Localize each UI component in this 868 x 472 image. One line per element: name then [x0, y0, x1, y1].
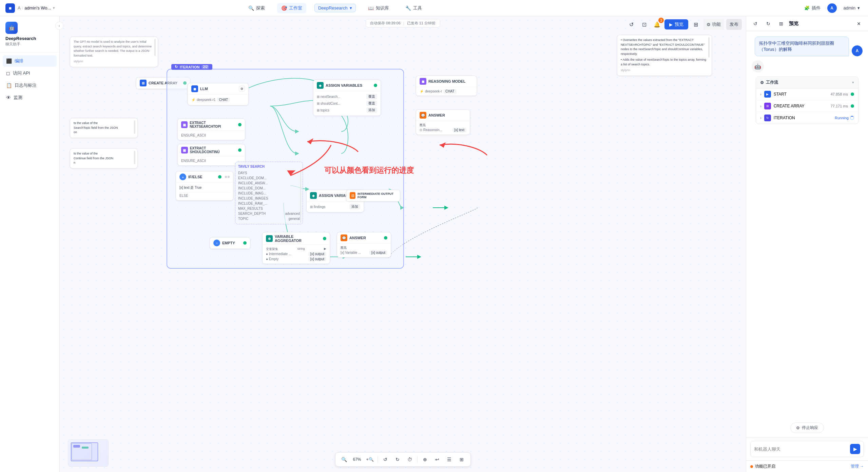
assign-variables-1-node[interactable]: ◈ ASSIGN VARIABLES ⊞ nextSearch... 覆盖 ⊞ … — [313, 80, 381, 116]
layout-btn[interactable]: ⊞ — [690, 19, 701, 30]
variable-aggregator-node[interactable]: ⊗ VARIABLE AGGREGATOR 变量聚集 string ▶ ● In… — [262, 232, 330, 264]
bottom-toolbar: 🔍 67% +🔍 ↺ ↻ ⏱ ⊕ ↩ ☰ ⊞ — [335, 452, 470, 467]
canvas-toolbar: ↺ ⊡ 🔔 3 ▶ 预览 ⊞ ⚙ 功能 发布 — [626, 19, 742, 30]
add-btn[interactable]: ⊕ — [420, 455, 430, 464]
reasoning-model-tag: CHAT — [443, 89, 456, 94]
panel-close-btn[interactable]: ✕ — [854, 19, 864, 29]
zoom-in-btn[interactable]: +🔍 — [365, 455, 375, 464]
right-panel: ↺ ↻ ⊞ 预览 ✕ 拓扑学中三维空间咖啡杯同胚到甜甜圈（Torus）的解释 A… — [746, 16, 868, 472]
info-card-4-text: ts the value of theContinue field from t… — [74, 151, 134, 165]
link-btn[interactable]: ↩ — [432, 455, 442, 464]
top-nav: ■ A / admin's Wo... ▾ 🔍 探索 🎯 工作室 DeepRes… — [0, 0, 868, 16]
breadcrumb-prefix: A — [18, 5, 21, 11]
sidebar-item-monitor[interactable]: 👁 监测 — [3, 92, 57, 103]
nav-admin[interactable]: admin ▾ — [841, 4, 863, 12]
iteration-item-label: ITERATION — [774, 116, 795, 120]
intermediate-label: INTERMEDIATE OUTPUT FORM — [358, 192, 397, 199]
extract-should-sub: ENSURE_ASCII — [181, 158, 242, 163]
sidebar-item-logs[interactable]: 📋 日志与标注 — [3, 80, 57, 91]
expand-btn[interactable]: ☰ — [445, 455, 454, 464]
workflow-item-iteration[interactable]: › ↻ ITERATION Running — [756, 112, 858, 124]
sidebar-collapse-button[interactable]: ‹ — [55, 22, 63, 30]
redo-btn[interactable]: ↻ — [393, 455, 402, 464]
loading-spinner — [850, 116, 854, 120]
chat-area: 拓扑学中三维空间咖啡杯同胚到甜甜圈（Torus）的解释 A 🤖 ⚙ 工作流 ▾ — [746, 31, 868, 418]
answer2-icon: 💬 — [420, 112, 426, 119]
extract-should-node[interactable]: ▣ EXTRACT SHOULDCONTINÚ ENSURE_ASCII — [177, 144, 245, 166]
intermediate-icon: ⊡ — [350, 192, 355, 199]
published-text: 已发布 11 分钟前 — [407, 21, 436, 26]
grid-btn[interactable]: ⊞ — [457, 455, 466, 464]
nav-plugins[interactable]: 🧩 插件 — [802, 4, 823, 13]
panel-reset-btn[interactable]: ↻ — [763, 19, 773, 29]
workflow-title-text: 工作流 — [766, 80, 778, 85]
sidebar-item-arrange[interactable]: ⬛ 编排 — [3, 55, 57, 67]
workspace-icon: 🎯 — [281, 5, 287, 11]
zoom-out-btn[interactable]: 🔍 — [339, 455, 349, 464]
create-array-item-time: 77.171 ms — [831, 104, 848, 108]
main-canvas[interactable]: 自动保存 08:39:06 | 已发布 11 分钟前 ↺ ⊡ 🔔 3 ▶ 预览 … — [60, 16, 746, 472]
undo-btn[interactable]: ↺ — [381, 455, 390, 464]
preview-icon: ▶ — [669, 22, 673, 27]
workflow-header[interactable]: ⚙ 工作流 ▾ — [756, 77, 858, 88]
notification-badge: 3 — [658, 18, 664, 23]
ifelse-label: IF/ELSE — [188, 175, 202, 179]
user-chat-bubble: 拓扑学中三维空间咖啡杯同胚到甜甜圈（Torus）的解释 — [755, 37, 849, 56]
reasoning-model-name: deepseek-r — [425, 89, 442, 93]
tavily-search-container[interactable]: TAVILY SEARCH DAYS EXCLUDE_DOM... INCLUD… — [235, 162, 303, 224]
info-card-1-text: The GPT-4o model is used to analyze the … — [74, 40, 154, 58]
mini-map[interactable] — [68, 439, 109, 467]
llm-model: deepseek-r1 — [197, 98, 216, 102]
plugins-icon: 🧩 — [804, 5, 810, 11]
publish-btn[interactable]: 发布 — [726, 19, 742, 30]
workspace-dropdown[interactable]: DeepResearch ▾ — [314, 4, 356, 12]
sidebar-app-icon: 🤖 — [5, 22, 18, 34]
intermediate-node[interactable]: ⊡ INTERMEDIATE OUTPUT FORM — [346, 190, 400, 202]
user-message-row: 拓扑学中三维空间咖啡杯同胚到甜甜圈（Torus）的解释 A — [752, 37, 863, 56]
panel-layout-btn[interactable]: ⊞ — [776, 19, 786, 29]
answer-node[interactable]: 💬 ANSWER 图见 [x] Variable ... [x] output — [337, 232, 391, 258]
chat-input[interactable] — [754, 447, 847, 452]
extract-next-node[interactable]: ▣ EXTRACT NEXTSEARCHTOPI ENSURE_ASCII — [177, 119, 245, 140]
user-avatar: A — [852, 45, 863, 56]
stop-response-btn[interactable]: ⚙ 停止响应 — [790, 423, 824, 433]
fit-btn[interactable]: ⊡ — [639, 19, 650, 30]
extract-next-status — [238, 123, 242, 126]
manage-link[interactable]: 管理 → — [851, 464, 864, 469]
features-btn[interactable]: ⚙ 功能 — [703, 19, 724, 30]
logs-icon: 📋 — [6, 83, 12, 88]
panel-refresh-btn[interactable]: ↺ — [750, 19, 760, 29]
start-item-icon: ▶ — [764, 91, 771, 98]
ifelse-node[interactable]: ⬦ IF/ELSE [x] text 是 True ELSE — [176, 171, 233, 201]
refresh-btn[interactable]: ↺ — [626, 19, 637, 30]
var-agg-status — [323, 237, 326, 240]
nav-tools[interactable]: 🔧 工具 — [401, 3, 426, 13]
workflow-item-start[interactable]: › ▶ START 47.858 ms — [756, 88, 858, 100]
chat-send-btn[interactable]: ▶ — [850, 444, 860, 454]
llm-node[interactable]: ◼ LLM ⊙ ⚡ deepseek-r1 CHAT — [188, 83, 249, 105]
breadcrumb-name[interactable]: admin's Wo... — [24, 5, 51, 11]
timer-btn[interactable]: ⏱ — [405, 455, 414, 464]
iteration-container: ↻ ITERATION 2/2 ◼ LLM ⊙ ⚡ deepseek-r1 CH… — [167, 69, 404, 269]
empty-node[interactable]: ○ EMPTY — [210, 237, 250, 249]
sidebar-item-api[interactable]: ◻ 访问 API — [3, 67, 57, 79]
nav-workspace[interactable]: 🎯 工作室 — [277, 3, 306, 13]
nav-explore[interactable]: 🔍 探索 — [244, 3, 269, 13]
reasoning-model-node[interactable]: ◼ REASONING MODEL ⚡ deepseek-r CHAT — [416, 76, 477, 96]
start-item-label: START — [774, 92, 787, 97]
chat-input-area: ▶ — [746, 437, 868, 460]
extract-should-icon: ▣ — [181, 147, 188, 153]
workflow-icon: ⚙ — [760, 80, 764, 85]
stop-icon: ⚙ — [796, 426, 800, 430]
answer2-node[interactable]: 💬 ANSWER 图见 ⊙ Reasonoin... [x] text — [416, 109, 470, 135]
workflow-item-create-array[interactable]: › ⊞ CREATE ARRAY 77.171 ms — [756, 100, 858, 112]
avatar[interactable]: A — [827, 3, 837, 13]
reasoning-icon: ◼ — [420, 78, 426, 85]
iteration-item-icon: ↻ — [764, 115, 771, 121]
preview-btn[interactable]: ▶ 预览 — [664, 19, 688, 29]
create-array-item-icon: ⊞ — [764, 103, 771, 109]
nav-knowledge[interactable]: 📖 知识库 — [364, 3, 393, 13]
start-item-status — [851, 93, 854, 96]
app-logo: ■ — [5, 3, 15, 13]
tools-icon: 🔧 — [405, 5, 411, 11]
